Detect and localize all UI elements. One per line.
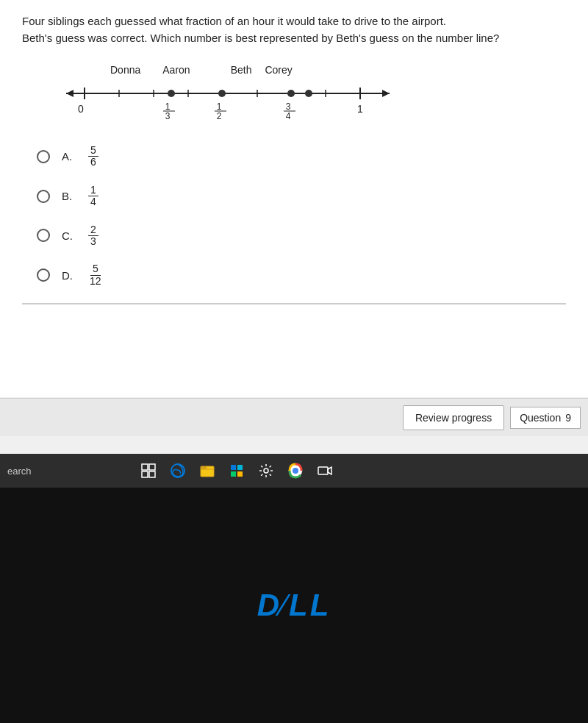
- svg-point-36: [264, 469, 268, 473]
- fraction-c: 2 3: [88, 224, 98, 248]
- chrome-icon[interactable]: [287, 462, 304, 480]
- svg-text:3: 3: [165, 111, 171, 121]
- svg-rect-26: [149, 464, 155, 470]
- svg-text:3: 3: [286, 101, 291, 112]
- svg-point-13: [305, 90, 312, 97]
- dark-area: D∕LL: [0, 488, 588, 723]
- svg-rect-25: [142, 464, 148, 470]
- svg-point-10: [287, 90, 295, 97]
- number-line-container: Donna Aaron Beth Corey: [51, 64, 404, 124]
- number-line-svg: 0 1 3 1 2 3 4 1: [51, 77, 404, 124]
- svg-text:1: 1: [357, 103, 363, 115]
- fraction-a: 5 6: [88, 145, 98, 168]
- dell-logo-text: D: [257, 588, 282, 622]
- choice-c-label: C.: [62, 229, 79, 242]
- svg-text:0: 0: [78, 103, 84, 115]
- question-label: Question: [520, 412, 561, 424]
- choice-d-label: D.: [62, 269, 79, 282]
- svg-rect-35: [237, 471, 243, 477]
- svg-rect-31: [201, 466, 207, 469]
- svg-rect-28: [149, 471, 155, 477]
- choice-a[interactable]: A. 5 6: [37, 145, 566, 168]
- svg-point-8: [218, 90, 226, 97]
- camera-icon[interactable]: [316, 462, 334, 480]
- dell-ell: LL: [289, 588, 331, 622]
- file-explorer-icon[interactable]: [198, 462, 216, 480]
- svg-text:1: 1: [165, 101, 171, 112]
- question-text: Four siblings each guessed what fraction…: [22, 13, 566, 46]
- svg-marker-1: [66, 90, 74, 97]
- svg-rect-40: [318, 467, 328, 474]
- name-donna: Donna: [110, 64, 140, 76]
- fraction-b: 1 4: [88, 185, 98, 208]
- svg-point-39: [293, 469, 298, 473]
- name-aaron: Aaron: [162, 64, 190, 76]
- choice-c[interactable]: C. 2 3: [37, 224, 566, 248]
- choice-b[interactable]: B. 1 4: [37, 185, 566, 208]
- dell-slash: ∕: [282, 588, 289, 622]
- choice-b-label: B.: [62, 190, 79, 202]
- choice-a-label: A.: [62, 150, 79, 163]
- svg-point-6: [168, 90, 175, 97]
- svg-text:1: 1: [217, 101, 222, 112]
- radio-d[interactable]: [37, 268, 50, 282]
- edge-browser-icon[interactable]: [169, 462, 187, 480]
- content-area: Four siblings each guessed what fraction…: [0, 0, 588, 397]
- svg-rect-27: [142, 471, 148, 477]
- svg-text:2: 2: [217, 111, 222, 121]
- fraction-d: 5 12: [88, 263, 103, 287]
- svg-text:4: 4: [286, 111, 291, 121]
- search-label: earch: [7, 466, 51, 477]
- name-corey: Corey: [265, 64, 292, 76]
- radio-c[interactable]: [37, 229, 50, 242]
- radio-b[interactable]: [37, 190, 50, 203]
- review-progress-button[interactable]: Review progress: [403, 405, 504, 430]
- svg-marker-2: [382, 90, 390, 97]
- store-icon[interactable]: [228, 462, 245, 480]
- divider: [22, 303, 566, 304]
- svg-rect-34: [231, 471, 236, 477]
- radio-a[interactable]: [37, 150, 50, 163]
- task-view-icon[interactable]: [140, 462, 157, 480]
- question-line1: Four siblings each guessed what fraction…: [22, 13, 566, 30]
- taskbar: earch: [0, 454, 588, 488]
- names-row: Donna Aaron Beth Corey: [51, 64, 404, 76]
- taskbar-icons: [140, 462, 334, 480]
- settings-icon[interactable]: [257, 462, 275, 480]
- question-number: 9: [565, 412, 571, 424]
- choice-d[interactable]: D. 5 12: [37, 263, 566, 287]
- answer-choices: A. 5 6 B. 1 4 C. 2 3 D.: [37, 145, 566, 287]
- svg-rect-32: [231, 465, 236, 470]
- name-beth: Beth: [231, 64, 252, 76]
- bottom-bar: Review progress Question 9: [0, 398, 588, 436]
- dell-logo: D∕LL: [257, 588, 331, 623]
- question-indicator: Question 9: [510, 407, 581, 429]
- question-line2: Beth's guess was correct. Which number i…: [22, 30, 566, 47]
- svg-rect-33: [237, 465, 243, 470]
